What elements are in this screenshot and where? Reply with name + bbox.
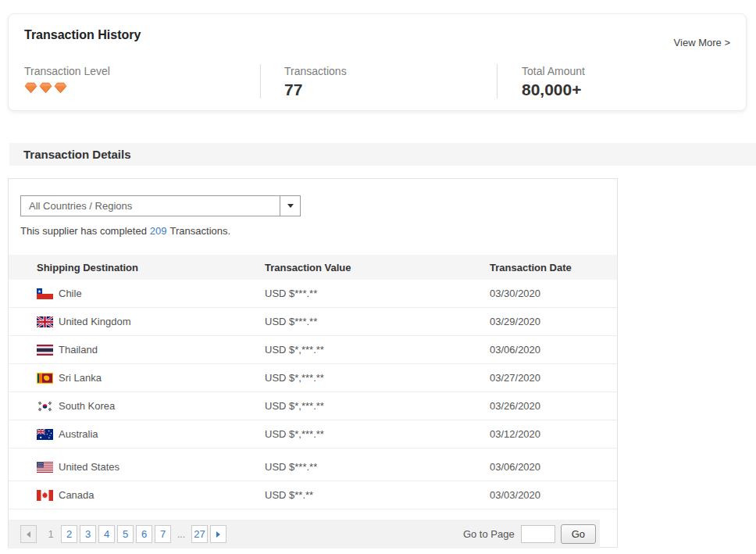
summary-suffix: Transactions. <box>170 225 231 237</box>
transaction-value: USD $***.** <box>265 316 490 327</box>
united-states-flag-icon <box>37 462 53 473</box>
pagination-ellipsis: ... <box>177 529 185 540</box>
transaction-date: 03/27/2020 <box>490 372 617 384</box>
country-filter-selected-value: All Countries / Regions <box>29 196 132 216</box>
table-header-row: Shipping Destination Transaction Value T… <box>9 255 617 280</box>
arrow-right-icon <box>216 531 220 538</box>
country-label: United Kingdom <box>59 316 131 327</box>
diamond-icon <box>39 82 52 94</box>
stat-value: 77 <box>284 80 347 99</box>
transaction-value: USD $**.** <box>265 489 490 501</box>
transaction-details-header: Transaction Details <box>9 143 756 166</box>
summary-prefix: This supplier has completed <box>20 225 147 237</box>
transaction-level-diamond-icons <box>24 82 110 94</box>
goto-page: Go to Page Go <box>463 524 596 544</box>
transaction-date: 03/12/2020 <box>490 428 617 440</box>
australia-flag-icon <box>37 429 53 440</box>
pagination-page-button[interactable]: 4 <box>98 525 115 543</box>
united-kingdom-flag-icon <box>37 316 53 327</box>
pagination-next-button[interactable] <box>210 525 226 543</box>
table-footer: 1 2 3 4 5 6 7 ... 27 Go to Page Go <box>9 520 600 549</box>
stat-divider <box>497 64 497 98</box>
transaction-date: 03/03/2020 <box>490 489 617 501</box>
diamond-icon <box>24 82 37 94</box>
table-row: Canada USD $**.** 03/03/2020 <box>9 481 617 509</box>
transaction-history-card: Transaction History View More > Transact… <box>8 13 747 111</box>
column-header-transaction-value: Transaction Value <box>265 262 490 273</box>
stat-label: Transaction Level <box>24 65 110 77</box>
goto-page-input[interactable] <box>521 525 555 543</box>
stat-transactions: Transactions 77 <box>284 65 347 99</box>
details-title: Transaction Details <box>9 143 756 166</box>
table-row: Thailand USD $*,***.** 03/06/2020 <box>9 336 617 364</box>
pagination-page-button[interactable]: 6 <box>136 525 152 543</box>
country-label: Canada <box>59 489 94 501</box>
country-label: Australia <box>59 428 98 440</box>
transaction-date: 03/29/2020 <box>490 316 617 327</box>
sri-lanka-flag-icon <box>37 373 53 384</box>
history-card-title: Transaction History <box>24 28 141 42</box>
transaction-value: USD $***.** <box>265 461 490 473</box>
stat-label: Transactions <box>284 65 347 77</box>
stat-total-amount: Total Amount 80,000+ <box>522 65 585 99</box>
pagination-page-button[interactable]: 5 <box>117 525 134 543</box>
thailand-flag-icon <box>37 345 53 356</box>
stat-value: 80,000+ <box>522 80 585 99</box>
transaction-date: 03/30/2020 <box>490 288 617 299</box>
view-more-link[interactable]: View More > <box>674 37 730 48</box>
go-button[interactable]: Go <box>561 524 596 544</box>
stat-divider <box>260 64 261 98</box>
transaction-value: USD $*,***.** <box>265 428 490 440</box>
table-row: United States USD $***.** 03/06/2020 <box>9 453 617 481</box>
table-row: United Kingdom USD $***.** 03/29/2020 <box>9 308 617 336</box>
transaction-details-panel: All Countries / Regions This supplier ha… <box>8 178 618 548</box>
pagination-page-button[interactable]: 2 <box>61 525 77 543</box>
transaction-date: 03/06/2020 <box>490 461 617 473</box>
country-label: Thailand <box>59 344 98 356</box>
transaction-value: USD $***.** <box>265 288 490 299</box>
transaction-date: 03/06/2020 <box>490 344 617 356</box>
stat-transaction-level: Transaction Level <box>24 65 110 94</box>
canada-flag-icon <box>37 490 53 501</box>
stat-label: Total Amount <box>522 65 585 77</box>
transaction-value: USD $*,***.** <box>265 400 490 412</box>
table-row: South Korea USD $*,***.** 03/26/2020 <box>9 392 617 420</box>
transactions-count: 209 <box>150 225 167 237</box>
table-row: Sri Lanka USD $*,***.** 03/27/2020 <box>9 364 617 392</box>
caret-down-icon <box>287 204 294 208</box>
transaction-date: 03/26/2020 <box>490 400 617 412</box>
goto-page-label: Go to Page <box>463 528 515 540</box>
column-header-shipping-destination: Shipping Destination <box>37 262 265 273</box>
country-label: Chile <box>59 288 82 299</box>
chile-flag-icon <box>37 288 53 299</box>
dropdown-arrow-button[interactable] <box>280 196 300 216</box>
table-row: Chile USD $***.** 03/30/2020 <box>9 280 617 308</box>
country-label: Sri Lanka <box>59 372 102 384</box>
country-filter-dropdown[interactable]: All Countries / Regions <box>20 195 301 216</box>
arrow-left-icon <box>27 531 30 538</box>
country-label: United States <box>59 461 119 473</box>
pagination-current-page: 1 <box>44 525 58 543</box>
pagination-prev-button[interactable] <box>20 525 37 543</box>
transactions-summary: This supplier has completed209Transactio… <box>20 225 230 237</box>
transactions-table: Shipping Destination Transaction Value T… <box>9 255 617 509</box>
transaction-value: USD $*,***.** <box>265 344 490 356</box>
country-label: South Korea <box>59 400 115 412</box>
diamond-icon <box>54 82 67 94</box>
pagination-page-button[interactable]: 3 <box>80 525 96 543</box>
pagination-last-page-button[interactable]: 27 <box>191 525 208 543</box>
column-header-transaction-date: Transaction Date <box>490 262 617 273</box>
transaction-value: USD $*,***.** <box>265 372 490 384</box>
pagination-page-button[interactable]: 7 <box>155 525 171 543</box>
pagination: 1 2 3 4 5 6 7 ... 27 <box>20 525 229 543</box>
table-row: Australia USD $*,***.** 03/12/2020 <box>9 420 617 449</box>
south-korea-flag-icon <box>37 401 53 412</box>
